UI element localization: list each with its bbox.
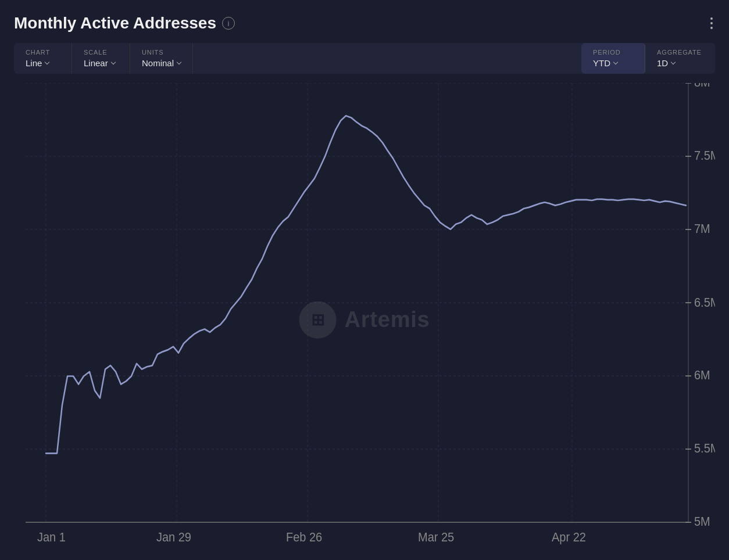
units-value-text: Nominal bbox=[142, 58, 174, 68]
units-value: Nominal bbox=[142, 58, 181, 68]
units-label: UNITS bbox=[142, 49, 181, 56]
chart-label: CHART bbox=[26, 49, 60, 56]
units-control[interactable]: UNITS Nominal bbox=[130, 43, 193, 74]
scale-value-text: Linear bbox=[84, 58, 108, 68]
svg-text:5.5M: 5.5M bbox=[694, 441, 715, 455]
period-value-text: YTD bbox=[593, 58, 610, 68]
scale-chevron-icon bbox=[110, 60, 115, 64]
dashboard-container: Monthly Active Addresses i CHART Line SC… bbox=[0, 0, 729, 560]
svg-text:7.5M: 7.5M bbox=[694, 148, 715, 162]
aggregate-value: 1D bbox=[657, 58, 703, 68]
chart-svg: 8M 7.5M 7M 6.5M 6M 5.5M 5M Jan 1 Jan 29 … bbox=[14, 83, 715, 560]
svg-text:Jan 1: Jan 1 bbox=[37, 530, 66, 544]
chart-area: 8M 7.5M 7M 6.5M 6M 5.5M 5M Jan 1 Jan 29 … bbox=[14, 83, 715, 560]
period-control[interactable]: PERIOD YTD bbox=[581, 43, 645, 74]
svg-text:6M: 6M bbox=[694, 368, 710, 382]
aggregate-value-text: 1D bbox=[657, 58, 668, 68]
header: Monthly Active Addresses i bbox=[14, 14, 715, 33]
svg-text:Feb 26: Feb 26 bbox=[286, 530, 322, 544]
page-title: Monthly Active Addresses bbox=[14, 14, 216, 33]
svg-text:6.5M: 6.5M bbox=[694, 295, 715, 309]
units-chevron-icon bbox=[177, 60, 181, 64]
svg-text:Jan 29: Jan 29 bbox=[156, 530, 191, 544]
dot2 bbox=[710, 22, 713, 24]
aggregate-control[interactable]: AGGREGATE 1D bbox=[645, 43, 715, 74]
aggregate-chevron-icon bbox=[671, 60, 676, 64]
controls-row: CHART Line SCALE Linear UNITS Nominal PE… bbox=[14, 43, 715, 74]
chart-value-text: Line bbox=[26, 58, 42, 68]
dot3 bbox=[710, 27, 713, 29]
svg-text:8M: 8M bbox=[694, 83, 710, 89]
svg-text:Mar 25: Mar 25 bbox=[418, 530, 454, 544]
svg-text:5M: 5M bbox=[694, 514, 710, 528]
scale-label: SCALE bbox=[84, 49, 118, 56]
scale-control[interactable]: SCALE Linear bbox=[72, 43, 130, 74]
scale-value: Linear bbox=[84, 58, 118, 68]
aggregate-label: AGGREGATE bbox=[657, 49, 703, 56]
chart-chevron-icon bbox=[45, 60, 49, 64]
chart-line bbox=[46, 116, 686, 453]
info-icon[interactable]: i bbox=[222, 17, 235, 30]
svg-text:7M: 7M bbox=[694, 221, 710, 235]
period-value: YTD bbox=[593, 58, 633, 68]
period-chevron-icon bbox=[613, 60, 618, 64]
chart-inner: 8M 7.5M 7M 6.5M 6M 5.5M 5M Jan 1 Jan 29 … bbox=[14, 83, 715, 560]
period-label: PERIOD bbox=[593, 49, 633, 56]
more-options-button[interactable] bbox=[708, 15, 715, 31]
title-row: Monthly Active Addresses i bbox=[14, 14, 235, 33]
dot1 bbox=[710, 17, 713, 20]
svg-text:Apr 22: Apr 22 bbox=[552, 530, 586, 544]
chart-value: Line bbox=[26, 58, 60, 68]
controls-spacer bbox=[193, 43, 581, 74]
chart-control[interactable]: CHART Line bbox=[14, 43, 72, 74]
